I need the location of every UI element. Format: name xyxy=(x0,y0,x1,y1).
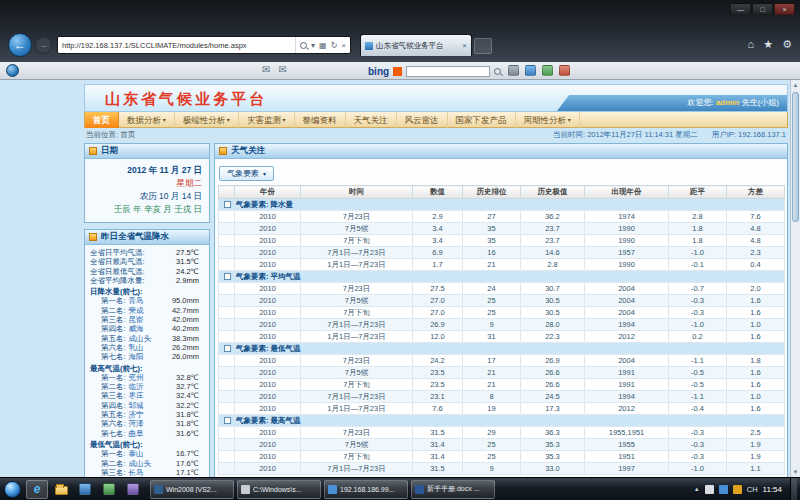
search-icon[interactable] xyxy=(494,68,501,75)
row-checkbox-cell xyxy=(219,223,235,235)
back-button[interactable]: ← xyxy=(8,33,32,57)
element-dropdown-button[interactable]: 气象要素 ▾ xyxy=(219,166,274,181)
table-row: 20107月5候27.02530.52004-0.31.6 xyxy=(219,295,785,307)
taskbar-window-button[interactable]: 192.168.186.99... xyxy=(324,480,408,499)
menu-item[interactable]: 极端性分析 ▾ xyxy=(175,112,239,128)
search-icon[interactable] xyxy=(300,42,307,49)
tray-icon[interactable] xyxy=(705,485,714,494)
media-player-icon[interactable] xyxy=(74,480,96,499)
welcome-bar: 欢迎您: admin 先生(小姐) xyxy=(557,95,787,111)
table-row: 20107月23日2.92736.219742.87.6 xyxy=(219,211,785,223)
mail-icon[interactable]: ✉ xyxy=(278,64,286,75)
row-checkbox-cell xyxy=(219,283,235,295)
table-cell: 28.0 xyxy=(521,319,585,331)
table-cell: 25 xyxy=(463,295,521,307)
table-cell: -1.0 xyxy=(669,319,727,331)
tab-close-icon[interactable]: × xyxy=(462,41,467,50)
scroll-down-icon[interactable]: ▼ xyxy=(791,467,800,477)
table-cell: 2010 xyxy=(235,379,301,391)
language-indicator[interactable]: CH xyxy=(747,485,758,494)
close-button[interactable]: × xyxy=(774,3,795,15)
page-scrollbar[interactable]: ▲ ▼ xyxy=(790,80,800,477)
mail-icon[interactable]: ✉ xyxy=(262,64,270,75)
table-cell: 23.7 xyxy=(521,235,585,247)
checkbox-icon[interactable] xyxy=(224,345,231,352)
show-desktop-button[interactable] xyxy=(790,478,797,500)
menu-item[interactable]: 整编资料 xyxy=(295,112,346,128)
rank-position: 第二名: xyxy=(101,459,126,468)
scrollbar-thumb[interactable] xyxy=(792,92,799,222)
maximize-button[interactable]: □ xyxy=(752,3,773,15)
tray-icon[interactable] xyxy=(719,485,728,494)
browser-tab[interactable]: 山东省气候业务平台 × xyxy=(360,34,472,56)
rank-item: 第三名:昆嵛42.0mm xyxy=(90,315,207,324)
table-cell: 24 xyxy=(463,283,521,295)
menu-item[interactable]: 风云雷达 xyxy=(397,112,448,128)
table-cell: 1994 xyxy=(585,319,669,331)
refresh-icon[interactable]: ↻ xyxy=(331,41,338,50)
station-name: 济宁 xyxy=(129,410,144,419)
stop-icon[interactable]: × xyxy=(341,41,346,50)
taskbar-clock[interactable]: 11:54 xyxy=(763,485,782,494)
minimize-button[interactable]: — xyxy=(730,3,751,15)
menu-item[interactable]: 国家下发产品 xyxy=(448,112,516,128)
table-group-row[interactable]: 气象要素: 最低气温 xyxy=(219,343,785,355)
toolbar-addon-icon[interactable] xyxy=(508,65,519,76)
ie-icon[interactable]: e xyxy=(26,480,48,499)
home-icon[interactable]: ⌂ xyxy=(748,38,755,51)
checkbox-icon[interactable] xyxy=(224,201,231,208)
settings-gear-icon[interactable]: ⚙ xyxy=(782,38,792,51)
favorites-icon[interactable]: ★ xyxy=(763,38,773,51)
table-cell: 2.0 xyxy=(727,283,785,295)
window-controls: — □ × xyxy=(730,3,795,15)
table-group-row[interactable]: 气象要素: 最高气温 xyxy=(219,415,785,427)
rank-item: 第六名:菏泽31.8℃ xyxy=(90,419,207,428)
group-cell: 气象要素: 最高气温 xyxy=(219,415,785,427)
toolbar-logo-icon[interactable] xyxy=(6,64,19,77)
taskbar-window-button[interactable]: C:\Windows\s... xyxy=(237,480,321,499)
weather-focus-icon xyxy=(219,147,227,155)
chevron-down-icon[interactable]: ▾ xyxy=(311,41,315,50)
start-button[interactable] xyxy=(4,481,21,498)
table-cell: 31.4 xyxy=(413,451,463,463)
rank-position: 第三名: xyxy=(101,315,126,324)
menu-item[interactable]: 周期性分析 ▾ xyxy=(516,112,580,128)
new-tab-button[interactable] xyxy=(474,38,492,54)
rank-item: 第四名:威海40.2mm xyxy=(90,324,207,333)
table-row: 20107月5候31.42535.31955-0.31.9 xyxy=(219,439,785,451)
table-cell: 2010 xyxy=(235,403,301,415)
table-cell: 1.1 xyxy=(727,463,785,475)
menu-item[interactable]: 数据分析 ▾ xyxy=(119,112,175,128)
taskbar-window-button[interactable]: 新手手册.docx ... xyxy=(411,480,495,499)
table-group-row[interactable]: 气象要素: 平均气温 xyxy=(219,271,785,283)
table-cell: 2010 xyxy=(235,439,301,451)
checkbox-icon[interactable] xyxy=(224,273,231,280)
station-name: 泰山 xyxy=(129,449,144,458)
tray-expand-icon[interactable]: ▲ xyxy=(694,486,700,492)
stat-label: 全省日最高气温: xyxy=(90,257,145,266)
tray-icon[interactable] xyxy=(733,485,742,494)
remote-desktop-icon[interactable] xyxy=(122,480,144,499)
explorer-folder-icon[interactable] xyxy=(50,480,72,499)
menu-item[interactable]: 首页 xyxy=(85,112,119,128)
table-cell: 2.8 xyxy=(669,211,727,223)
search-input[interactable] xyxy=(406,66,490,77)
taskbar-window-button[interactable]: Win2008 [VS2... xyxy=(150,480,234,499)
bing-search-box: bing xyxy=(368,64,501,78)
compatibility-view-icon[interactable]: ▦ xyxy=(319,41,327,50)
menu-item[interactable]: 灾害监测 ▾ xyxy=(239,112,295,128)
toolbar-addon-icon[interactable] xyxy=(559,65,570,76)
forward-button[interactable]: → xyxy=(35,37,52,54)
messenger-icon[interactable] xyxy=(98,480,120,499)
scroll-up-icon[interactable]: ▲ xyxy=(791,80,800,90)
toolbar-addon-icon[interactable] xyxy=(542,65,553,76)
menu-item[interactable]: 天气关注 xyxy=(346,112,397,128)
app-shape xyxy=(127,483,139,495)
toolbar-addon-icon[interactable] xyxy=(525,65,536,76)
table-group-row[interactable]: 气象要素: 降水量 xyxy=(219,199,785,211)
weather-focus-panel: 天气关注 气象要素 ▾ 年份时间数值历史排位历史极值出现年份距平方 xyxy=(214,143,788,477)
address-bar[interactable]: http://192.168.137.1/SLCCLIMATE/modules/… xyxy=(57,36,351,54)
checkbox-icon[interactable] xyxy=(224,417,231,424)
window-title: Win2008 [VS2... xyxy=(166,486,217,493)
bing-icon xyxy=(393,67,402,76)
